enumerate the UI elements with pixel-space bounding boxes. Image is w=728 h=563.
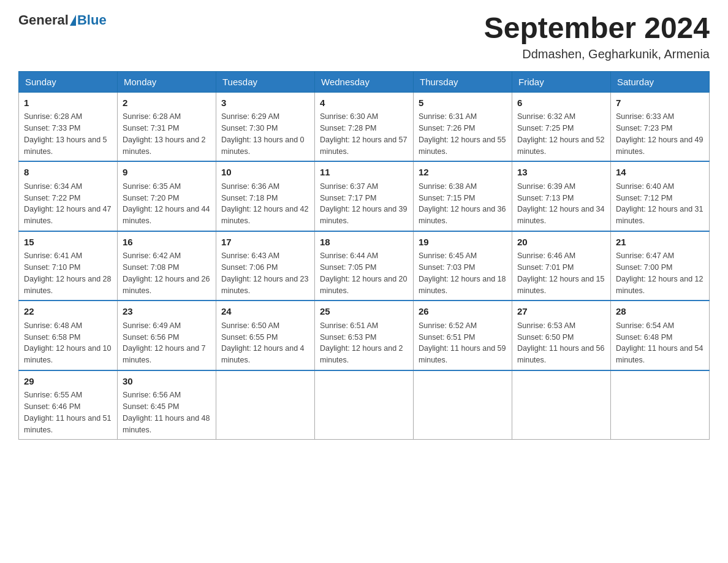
location-subtitle: Ddmashen, Gegharkunik, Armenia	[484, 47, 710, 61]
day-number: 16	[123, 236, 211, 250]
logo-triangle-icon	[70, 15, 76, 26]
day-number: 13	[517, 166, 605, 180]
day-number: 12	[419, 166, 507, 180]
calendar-day-cell: 26Sunrise: 6:52 AMSunset: 6:51 PMDayligh…	[414, 301, 512, 370]
day-number: 4	[320, 96, 408, 110]
weekday-header-tuesday: Tuesday	[216, 71, 315, 92]
day-number: 27	[517, 305, 605, 319]
day-info: Sunrise: 6:36 AMSunset: 7:18 PMDaylight:…	[221, 181, 309, 227]
day-info: Sunrise: 6:45 AMSunset: 7:03 PMDaylight:…	[419, 250, 507, 296]
day-number: 22	[24, 305, 112, 319]
calendar-day-cell: 24Sunrise: 6:50 AMSunset: 6:55 PMDayligh…	[216, 301, 315, 370]
day-number: 23	[123, 305, 211, 319]
logo-general-text: General	[18, 12, 69, 28]
calendar-day-cell: 8Sunrise: 6:34 AMSunset: 7:22 PMDaylight…	[19, 161, 118, 231]
calendar-day-cell	[216, 370, 315, 440]
calendar-table: SundayMondayTuesdayWednesdayThursdayFrid…	[18, 71, 710, 440]
day-info: Sunrise: 6:43 AMSunset: 7:06 PMDaylight:…	[221, 250, 309, 296]
weekday-header-thursday: Thursday	[414, 71, 512, 92]
calendar-day-cell: 21Sunrise: 6:47 AMSunset: 7:00 PMDayligh…	[611, 231, 710, 301]
weekday-header-saturday: Saturday	[611, 71, 710, 92]
day-number: 7	[616, 96, 704, 110]
calendar-week-row: 29Sunrise: 6:55 AMSunset: 6:46 PMDayligh…	[19, 370, 710, 440]
calendar-day-cell: 17Sunrise: 6:43 AMSunset: 7:06 PMDayligh…	[216, 231, 315, 301]
day-info: Sunrise: 6:37 AMSunset: 7:17 PMDaylight:…	[320, 181, 408, 227]
calendar-day-cell: 29Sunrise: 6:55 AMSunset: 6:46 PMDayligh…	[19, 370, 118, 440]
calendar-day-cell: 6Sunrise: 6:32 AMSunset: 7:25 PMDaylight…	[512, 92, 611, 161]
day-info: Sunrise: 6:44 AMSunset: 7:05 PMDaylight:…	[320, 250, 408, 296]
day-number: 3	[221, 96, 309, 110]
day-number: 1	[24, 96, 112, 110]
calendar-day-cell	[315, 370, 414, 440]
day-info: Sunrise: 6:38 AMSunset: 7:15 PMDaylight:…	[419, 181, 507, 227]
day-info: Sunrise: 6:50 AMSunset: 6:55 PMDaylight:…	[221, 320, 309, 366]
day-info: Sunrise: 6:28 AMSunset: 7:31 PMDaylight:…	[123, 111, 211, 157]
weekday-header-sunday: Sunday	[19, 71, 118, 92]
calendar-day-cell: 18Sunrise: 6:44 AMSunset: 7:05 PMDayligh…	[315, 231, 414, 301]
day-number: 20	[517, 236, 605, 250]
calendar-day-cell: 7Sunrise: 6:33 AMSunset: 7:23 PMDaylight…	[611, 92, 710, 161]
calendar-week-row: 8Sunrise: 6:34 AMSunset: 7:22 PMDaylight…	[19, 161, 710, 231]
calendar-day-cell: 3Sunrise: 6:29 AMSunset: 7:30 PMDaylight…	[216, 92, 315, 161]
calendar-day-cell: 16Sunrise: 6:42 AMSunset: 7:08 PMDayligh…	[118, 231, 216, 301]
day-number: 28	[616, 305, 704, 319]
day-info: Sunrise: 6:49 AMSunset: 6:56 PMDaylight:…	[123, 320, 211, 366]
day-info: Sunrise: 6:55 AMSunset: 6:46 PMDaylight:…	[24, 389, 112, 435]
day-number: 11	[320, 166, 408, 180]
day-info: Sunrise: 6:39 AMSunset: 7:13 PMDaylight:…	[517, 181, 605, 227]
logo-blue-text: Blue	[77, 12, 107, 28]
day-number: 2	[123, 96, 211, 110]
day-info: Sunrise: 6:29 AMSunset: 7:30 PMDaylight:…	[221, 111, 309, 157]
day-number: 6	[517, 96, 605, 110]
day-number: 24	[221, 305, 309, 319]
calendar-day-cell: 27Sunrise: 6:53 AMSunset: 6:50 PMDayligh…	[512, 301, 611, 370]
calendar-day-cell	[414, 370, 512, 440]
day-info: Sunrise: 6:52 AMSunset: 6:51 PMDaylight:…	[419, 320, 507, 366]
day-info: Sunrise: 6:28 AMSunset: 7:33 PMDaylight:…	[24, 111, 112, 157]
calendar-day-cell	[611, 370, 710, 440]
page-header: General Blue September 2024 Ddmashen, Ge…	[18, 12, 710, 61]
day-number: 10	[221, 166, 309, 180]
day-info: Sunrise: 6:40 AMSunset: 7:12 PMDaylight:…	[616, 181, 704, 227]
calendar-day-cell: 4Sunrise: 6:30 AMSunset: 7:28 PMDaylight…	[315, 92, 414, 161]
calendar-day-cell: 22Sunrise: 6:48 AMSunset: 6:58 PMDayligh…	[19, 301, 118, 370]
day-info: Sunrise: 6:53 AMSunset: 6:50 PMDaylight:…	[517, 320, 605, 366]
calendar-day-cell: 10Sunrise: 6:36 AMSunset: 7:18 PMDayligh…	[216, 161, 315, 231]
calendar-day-cell: 11Sunrise: 6:37 AMSunset: 7:17 PMDayligh…	[315, 161, 414, 231]
day-number: 17	[221, 236, 309, 250]
day-info: Sunrise: 6:46 AMSunset: 7:01 PMDaylight:…	[517, 250, 605, 296]
day-number: 26	[419, 305, 507, 319]
day-number: 29	[24, 375, 112, 389]
day-info: Sunrise: 6:42 AMSunset: 7:08 PMDaylight:…	[123, 250, 211, 296]
calendar-day-cell: 25Sunrise: 6:51 AMSunset: 6:53 PMDayligh…	[315, 301, 414, 370]
weekday-header-friday: Friday	[512, 71, 611, 92]
day-number: 30	[123, 375, 211, 389]
day-info: Sunrise: 6:33 AMSunset: 7:23 PMDaylight:…	[616, 111, 704, 157]
day-number: 15	[24, 236, 112, 250]
calendar-day-cell: 9Sunrise: 6:35 AMSunset: 7:20 PMDaylight…	[118, 161, 216, 231]
day-info: Sunrise: 6:30 AMSunset: 7:28 PMDaylight:…	[320, 111, 408, 157]
weekday-header-row: SundayMondayTuesdayWednesdayThursdayFrid…	[19, 71, 710, 92]
day-info: Sunrise: 6:47 AMSunset: 7:00 PMDaylight:…	[616, 250, 704, 296]
day-info: Sunrise: 6:56 AMSunset: 6:45 PMDaylight:…	[123, 389, 211, 435]
calendar-day-cell: 12Sunrise: 6:38 AMSunset: 7:15 PMDayligh…	[414, 161, 512, 231]
day-info: Sunrise: 6:35 AMSunset: 7:20 PMDaylight:…	[123, 181, 211, 227]
day-number: 21	[616, 236, 704, 250]
day-info: Sunrise: 6:41 AMSunset: 7:10 PMDaylight:…	[24, 250, 112, 296]
calendar-day-cell	[512, 370, 611, 440]
day-info: Sunrise: 6:54 AMSunset: 6:48 PMDaylight:…	[616, 320, 704, 366]
calendar-day-cell: 15Sunrise: 6:41 AMSunset: 7:10 PMDayligh…	[19, 231, 118, 301]
calendar-day-cell: 2Sunrise: 6:28 AMSunset: 7:31 PMDaylight…	[118, 92, 216, 161]
weekday-header-wednesday: Wednesday	[315, 71, 414, 92]
calendar-week-row: 15Sunrise: 6:41 AMSunset: 7:10 PMDayligh…	[19, 231, 710, 301]
title-area: September 2024 Ddmashen, Gegharkunik, Ar…	[484, 12, 710, 61]
day-number: 5	[419, 96, 507, 110]
day-number: 8	[24, 166, 112, 180]
calendar-week-row: 22Sunrise: 6:48 AMSunset: 6:58 PMDayligh…	[19, 301, 710, 370]
calendar-day-cell: 19Sunrise: 6:45 AMSunset: 7:03 PMDayligh…	[414, 231, 512, 301]
day-info: Sunrise: 6:48 AMSunset: 6:58 PMDaylight:…	[24, 320, 112, 366]
month-title: September 2024	[484, 12, 710, 45]
day-number: 18	[320, 236, 408, 250]
calendar-day-cell: 1Sunrise: 6:28 AMSunset: 7:33 PMDaylight…	[19, 92, 118, 161]
day-info: Sunrise: 6:31 AMSunset: 7:26 PMDaylight:…	[419, 111, 507, 157]
